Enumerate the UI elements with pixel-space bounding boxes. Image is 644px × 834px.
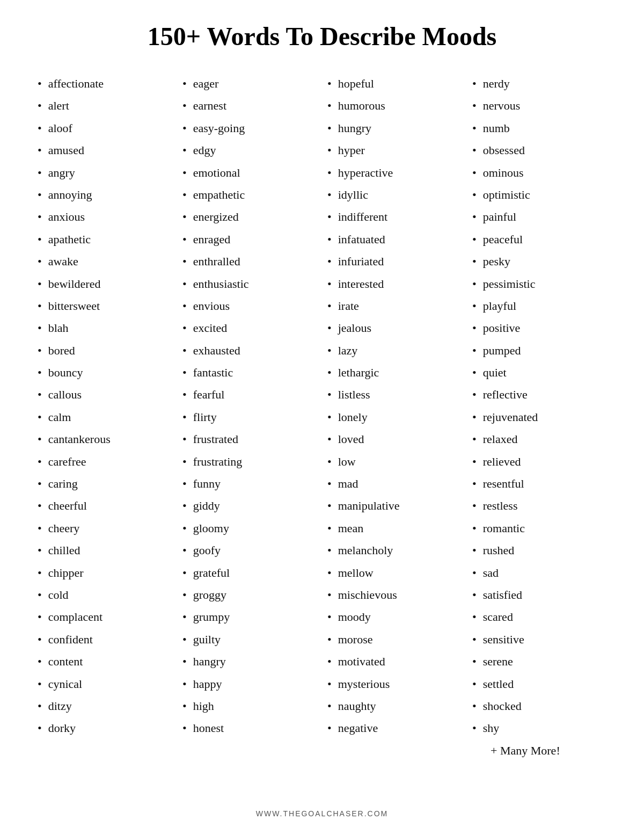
- list-item: easy-going: [182, 117, 317, 139]
- list-item: settled: [472, 673, 606, 695]
- list-item: playful: [472, 295, 606, 317]
- list-item: reflective: [472, 383, 606, 405]
- list-item: complacent: [38, 606, 172, 628]
- list-item: mysterious: [327, 673, 462, 695]
- word-list-3: hopefulhumoroushungryhyperhyperactiveidy…: [327, 72, 462, 739]
- list-item: pumped: [472, 339, 606, 361]
- list-item: chilled: [38, 539, 172, 561]
- list-item: earnest: [182, 95, 317, 117]
- list-item: relieved: [472, 451, 606, 473]
- list-item: naughty: [327, 695, 462, 717]
- list-item: carefree: [38, 451, 172, 473]
- list-item: humorous: [327, 95, 462, 117]
- list-item: quiet: [472, 361, 606, 383]
- list-item: honest: [182, 717, 317, 739]
- column-2: eagerearnesteasy-goingedgyemotionalempat…: [177, 72, 322, 793]
- list-item: shocked: [472, 695, 606, 717]
- list-item: shy: [472, 717, 606, 739]
- list-item: cheery: [38, 517, 172, 539]
- list-item: energized: [182, 206, 317, 228]
- list-item: restless: [472, 495, 606, 517]
- column-3: hopefulhumoroushungryhyperhyperactiveidy…: [322, 72, 467, 793]
- list-item: grumpy: [182, 606, 317, 628]
- list-item: eager: [182, 72, 317, 95]
- list-item: optimistic: [472, 184, 606, 206]
- list-item: enthralled: [182, 250, 317, 272]
- list-item: blah: [38, 317, 172, 339]
- list-item: irate: [327, 295, 462, 317]
- list-item: fearful: [182, 383, 317, 405]
- list-item: mellow: [327, 562, 462, 584]
- list-item: interested: [327, 273, 462, 295]
- list-item: morose: [327, 628, 462, 650]
- list-item: infatuated: [327, 228, 462, 250]
- list-item: relaxed: [472, 428, 606, 450]
- list-item: fantastic: [182, 361, 317, 383]
- list-item: bittersweet: [38, 295, 172, 317]
- list-item: cheerful: [38, 495, 172, 517]
- list-item: melancholy: [327, 539, 462, 561]
- list-item: cantankerous: [38, 428, 172, 450]
- word-list-1: affectionatealertaloofamusedangryannoyin…: [38, 72, 172, 739]
- list-item: emotional: [182, 162, 317, 184]
- list-item: edgy: [182, 139, 317, 161]
- list-item: painful: [472, 206, 606, 228]
- list-item: infuriated: [327, 250, 462, 272]
- list-item: lethargic: [327, 361, 462, 383]
- list-item: calm: [38, 406, 172, 428]
- word-list-4: nerdynervousnumbobsessedominousoptimisti…: [472, 72, 606, 739]
- list-item: chipper: [38, 562, 172, 584]
- list-item: serene: [472, 650, 606, 672]
- list-item: funny: [182, 473, 317, 495]
- list-item: hangry: [182, 650, 317, 672]
- list-item: aloof: [38, 117, 172, 139]
- list-item: hopeful: [327, 72, 462, 95]
- list-item: hyper: [327, 139, 462, 161]
- list-item: happy: [182, 673, 317, 695]
- list-item: exhausted: [182, 339, 317, 361]
- list-item: flirty: [182, 406, 317, 428]
- list-item: low: [327, 451, 462, 473]
- list-item: lonely: [327, 406, 462, 428]
- list-item: sad: [472, 562, 606, 584]
- word-grid: affectionatealertaloofamusedangryannoyin…: [32, 72, 612, 793]
- list-item: amused: [38, 139, 172, 161]
- footer: WWW.THEGOALCHASER.COM: [256, 809, 389, 818]
- list-item: bouncy: [38, 361, 172, 383]
- list-item: hungry: [327, 117, 462, 139]
- list-item: grateful: [182, 562, 317, 584]
- list-item: enthusiastic: [182, 273, 317, 295]
- list-item: indifferent: [327, 206, 462, 228]
- list-item: idyllic: [327, 184, 462, 206]
- column-4: nerdynervousnumbobsessedominousoptimisti…: [467, 72, 612, 793]
- list-item: frustrating: [182, 451, 317, 473]
- list-item: rushed: [472, 539, 606, 561]
- list-item: negative: [327, 717, 462, 739]
- list-item: affectionate: [38, 72, 172, 95]
- list-item: dorky: [38, 717, 172, 739]
- list-item: cynical: [38, 673, 172, 695]
- list-item: gloomy: [182, 517, 317, 539]
- list-item: confident: [38, 628, 172, 650]
- list-item: bewildered: [38, 273, 172, 295]
- list-item: numb: [472, 117, 606, 139]
- list-item: rejuvenated: [472, 406, 606, 428]
- list-item: moody: [327, 606, 462, 628]
- list-item: ominous: [472, 162, 606, 184]
- list-item: enraged: [182, 228, 317, 250]
- list-item: annoying: [38, 184, 172, 206]
- list-item: pesky: [472, 250, 606, 272]
- list-item: guilty: [182, 628, 317, 650]
- list-item: content: [38, 650, 172, 672]
- list-item: alert: [38, 95, 172, 117]
- list-item: peaceful: [472, 228, 606, 250]
- list-item: nerdy: [472, 72, 606, 95]
- list-item: caring: [38, 473, 172, 495]
- list-item: groggy: [182, 584, 317, 606]
- page-title: 150+ Words To Describe Moods: [148, 21, 497, 51]
- list-item: frustrated: [182, 428, 317, 450]
- list-item: lazy: [327, 339, 462, 361]
- list-item: apathetic: [38, 228, 172, 250]
- list-item: nervous: [472, 95, 606, 117]
- list-item: angry: [38, 162, 172, 184]
